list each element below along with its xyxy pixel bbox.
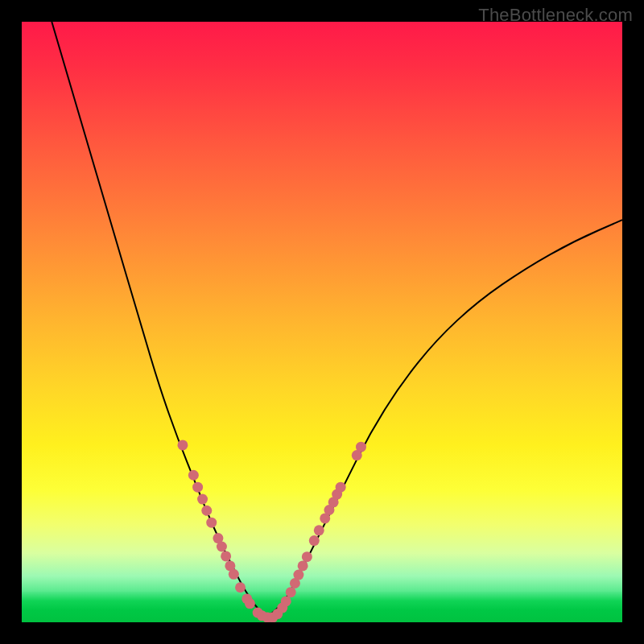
watermark-text: TheBottleneck.com	[478, 5, 633, 26]
plot-area	[22, 22, 622, 622]
green-band	[22, 592, 622, 622]
gradient-background	[22, 22, 622, 593]
chart-root: TheBottleneck.com	[0, 0, 644, 644]
